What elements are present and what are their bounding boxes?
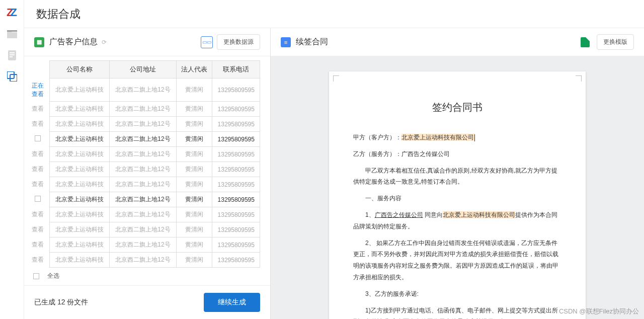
table-cell: 13295809595 — [212, 237, 260, 253]
select-all-label: 全选 — [47, 272, 59, 280]
svg-rect-2 — [10, 54, 15, 55]
row-handle[interactable]: 查看 — [26, 147, 49, 162]
workspace: ▦ 广告客户信息 ⟳ ▭▭ 更换数据源 公司名称公司地址法人代表联系电话 正在查… — [24, 28, 644, 319]
table-cell: 北京爱上运动科技 — [49, 253, 109, 268]
table-row[interactable]: 查看北京爱上运动科技北京西二旗上地12号黄清闲13295809595 — [26, 102, 260, 117]
row-handle[interactable]: 查看 — [26, 162, 49, 177]
table-wrap[interactable]: 公司名称公司地址法人代表联系电话 正在查看北京爱上运动科技北京西二旗上地12号黄… — [24, 56, 270, 285]
row-handle[interactable] — [26, 132, 49, 147]
document-page: 签约合同书 甲方（客户方）：北京爱上运动科技有限公司 乙方（服务方）：广西告之传… — [329, 71, 586, 319]
table-cell: 北京爱上运动科技 — [49, 222, 109, 237]
table-cell: 黄清闲 — [177, 162, 212, 177]
table-row[interactable]: 正在查看北京爱上运动科技北京西二旗上地12号黄清闲13295809595 — [26, 78, 260, 102]
table-cell: 13295809595 — [212, 78, 260, 102]
row-handle[interactable]: 查看 — [26, 177, 49, 192]
table-cell: 黄清闲 — [177, 132, 212, 147]
table-cell: 13295809595 — [212, 102, 260, 117]
change-template-button[interactable]: 更换模版 — [597, 34, 634, 50]
clause-1: 1、广西告之传媒公司 同意向北京爱上运动科技有限公司提供作为本合同品牌策划的特定… — [353, 209, 561, 232]
app-logo: ZZ — [7, 6, 17, 19]
vendor-name: 广西告之传媒公司 — [375, 211, 423, 218]
table-cell: 黄清闲 — [177, 237, 212, 253]
table-cell: 黄清闲 — [177, 207, 212, 222]
continue-generate-button[interactable]: 继续生成 — [204, 293, 260, 312]
grid-toggle-icon[interactable]: ▭▭ — [201, 36, 213, 48]
main: 数据合成 ▦ 广告客户信息 ⟳ ▭▭ 更换数据源 公司名称公司地址法人代表联系电… — [24, 0, 644, 319]
table-cell: 黄清闲 — [177, 147, 212, 162]
party-a-value[interactable]: 北京爱上运动科技有限公司 — [401, 134, 475, 141]
table-row[interactable]: 查看北京爱上运动科技北京西二旗上地12号黄清闲13295809595 — [26, 237, 260, 253]
column-header: 公司地址 — [109, 61, 177, 78]
table-row[interactable]: 北京爱上运动科技北京西二旗上地12号黄清闲13295809595 — [26, 132, 260, 147]
nav-files-icon[interactable] — [6, 28, 18, 40]
row-handle[interactable]: 正在查看 — [26, 78, 49, 102]
table-cell: 北京西二旗上地12号 — [109, 132, 177, 147]
select-all-row[interactable]: 全选 — [26, 268, 260, 284]
row-handle[interactable]: 查看 — [26, 117, 49, 132]
party-a-line: 甲方（客户方）：北京爱上运动科技有限公司 — [353, 132, 561, 143]
watermark: CSDN @联想Filez协同办公 — [559, 307, 639, 316]
table-row[interactable]: 查看北京爱上运动科技北京西二旗上地12号黄清闲13295809595 — [26, 177, 260, 192]
export-excel-icon[interactable] — [581, 37, 590, 47]
table-cell: 13295809595 — [212, 222, 260, 237]
table-cell: 北京西二旗上地12号 — [109, 162, 177, 177]
table-cell: 13295809595 — [212, 132, 260, 147]
table-cell: 北京西二旗上地12号 — [109, 117, 177, 132]
table-cell: 黄清闲 — [177, 102, 212, 117]
table-cell: 北京爱上运动科技 — [49, 132, 109, 147]
table-cell: 北京西二旗上地12号 — [109, 237, 177, 253]
table-cell: 北京爱上运动科技 — [49, 237, 109, 253]
table-row[interactable]: 查看北京爱上运动科技北京西二旗上地12号黄清闲13295809595 — [26, 253, 260, 268]
table-row[interactable]: 查看北京爱上运动科技北京西二旗上地12号黄清闲13295809595 — [26, 222, 260, 237]
table-cell: 黄清闲 — [177, 117, 212, 132]
clause-2: 2、 如果乙方在工作中因自身过错而发生任何错误或遗漏，乙方应无条件更正，而不另外… — [353, 237, 561, 283]
table-cell: 13295809595 — [212, 177, 260, 192]
page-title: 数据合成 — [36, 7, 80, 22]
column-header: 联系电话 — [212, 61, 260, 78]
party-b-value: 广西告之传媒公司 — [401, 150, 450, 157]
table-cell: 13295809595 — [212, 192, 260, 207]
table-cell: 北京爱上运动科技 — [49, 207, 109, 222]
table-row[interactable]: 查看北京爱上运动科技北京西二旗上地12号黄清闲13295809595 — [26, 147, 260, 162]
spreadsheet-icon: ▦ — [34, 37, 44, 47]
table-row[interactable]: 查看北京爱上运动科技北京西二旗上地12号黄清闲13295809595 — [26, 207, 260, 222]
table-cell: 13295809595 — [212, 117, 260, 132]
generated-count: 已生成 12 份文件 — [34, 298, 88, 307]
row-handle[interactable] — [26, 192, 49, 207]
table-cell: 北京西二旗上地12号 — [109, 253, 177, 268]
table-cell: 北京西二旗上地12号 — [109, 207, 177, 222]
party-b-line: 乙方（服务方）：广西告之传媒公司 — [353, 148, 561, 160]
table-row[interactable]: 查看北京爱上运动科技北京西二旗上地12号黄清闲13295809595 — [26, 117, 260, 132]
table-cell: 13295809595 — [212, 162, 260, 177]
table-cell: 北京爱上运动科技 — [49, 102, 109, 117]
row-handle[interactable]: 查看 — [26, 207, 49, 222]
row-handle[interactable]: 查看 — [26, 222, 49, 237]
table-cell: 北京爱上运动科技 — [49, 147, 109, 162]
row-handle[interactable]: 查看 — [26, 237, 49, 253]
nav-compose-icon[interactable] — [6, 70, 18, 83]
column-header: 法人代表 — [177, 61, 212, 78]
nav-docs-icon[interactable] — [6, 49, 18, 61]
contract-intro: 甲乙双方本着相互信任,真诚合作的原则,经双方友好协商,就乙方为甲方提供特定服务达… — [353, 165, 561, 188]
table-cell: 黄清闲 — [177, 222, 212, 237]
preview-pane: ≡ 续签合同 更换模版 签约合同书 甲方（客户方）：北京爱上运动科技有限公司 乙… — [271, 28, 644, 319]
contract-title: 签约合同书 — [353, 98, 561, 117]
table-row[interactable]: 查看北京爱上运动科技北京西二旗上地12号黄清闲13295809595 — [26, 162, 260, 177]
section-1-heading: 一、服务内容 — [353, 193, 561, 204]
document-icon: ≡ — [281, 37, 291, 47]
table-cell: 黄清闲 — [177, 192, 212, 207]
table-row[interactable]: 北京爱上运动科技北京西二旗上地12号黄清闲13295809595 — [26, 192, 260, 207]
column-header: 公司名称 — [49, 61, 109, 78]
row-handle[interactable]: 查看 — [26, 253, 49, 268]
clause-3-1: 1)乙方接到甲方通过电话、信函传真、电子邮件、网上提交等方式提出所列服务的请求后… — [353, 305, 561, 319]
table-cell: 13295809595 — [212, 253, 260, 268]
data-source-pane: ▦ 广告客户信息 ⟳ ▭▭ 更换数据源 公司名称公司地址法人代表联系电话 正在查… — [24, 28, 271, 319]
table-cell: 北京西二旗上地12号 — [109, 78, 177, 102]
table-cell: 13295809595 — [212, 147, 260, 162]
row-handle[interactable]: 查看 — [26, 102, 49, 117]
document-area[interactable]: 签约合同书 甲方（客户方）：北京爱上运动科技有限公司 乙方（服务方）：广西告之传… — [271, 56, 644, 319]
select-all-checkbox[interactable] — [33, 273, 39, 279]
left-footer: 已生成 12 份文件 继续生成 — [24, 285, 270, 319]
refresh-icon[interactable]: ⟳ — [102, 39, 107, 46]
change-source-button[interactable]: 更换数据源 — [217, 34, 260, 50]
